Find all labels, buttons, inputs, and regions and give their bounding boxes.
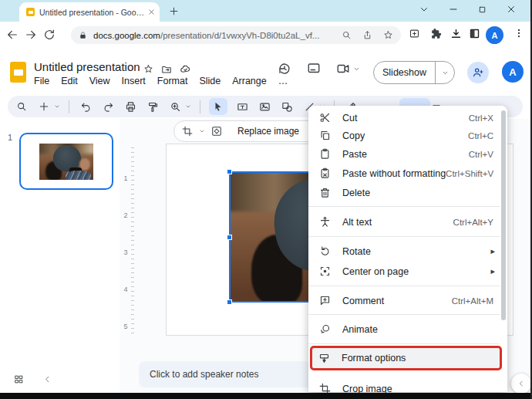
menu-separator bbox=[308, 314, 500, 315]
menu-separator bbox=[308, 236, 500, 237]
submenu-arrow-icon: ▸ bbox=[490, 246, 495, 256]
menu-insert[interactable]: Insert bbox=[122, 76, 146, 86]
slideshow-button[interactable]: Slideshow bbox=[373, 61, 455, 84]
forward-button[interactable] bbox=[25, 29, 37, 41]
undo-icon[interactable] bbox=[78, 98, 93, 115]
cloud-status-icon[interactable] bbox=[180, 63, 191, 75]
new-tab-button[interactable] bbox=[169, 6, 179, 16]
zoom-page-icon[interactable] bbox=[342, 30, 352, 40]
menu-item-paste[interactable]: Paste Ctrl+V bbox=[313, 144, 498, 164]
resize-handle[interactable] bbox=[227, 235, 232, 240]
maximize-button[interactable] bbox=[478, 5, 487, 14]
paint-format-icon[interactable] bbox=[145, 98, 160, 115]
slides-favicon bbox=[26, 8, 35, 16]
menu-item-center-on-page[interactable]: Center on page ▸ bbox=[313, 262, 498, 281]
share-page-icon[interactable] bbox=[362, 30, 372, 40]
menu-view[interactable]: View bbox=[89, 76, 110, 86]
slideshow-dropdown[interactable] bbox=[436, 69, 454, 76]
version-history-icon[interactable] bbox=[278, 62, 291, 76]
replace-image-button[interactable]: Replace image bbox=[237, 126, 299, 137]
ruler-label: 4 bbox=[123, 286, 129, 293]
search-menus-icon[interactable] bbox=[14, 98, 29, 115]
vertical-ruler bbox=[131, 144, 134, 336]
menu-item-comment[interactable]: Comment Ctrl+Alt+M bbox=[313, 291, 498, 310]
delete-icon bbox=[319, 187, 332, 198]
browser-window: Untitled presentation - Google S docs.go… bbox=[0, 0, 532, 399]
menu-item-format-options[interactable]: Format options bbox=[310, 346, 502, 370]
menu-slide[interactable]: Slide bbox=[199, 76, 221, 86]
thumbnail-photo bbox=[39, 144, 93, 180]
alt-text-icon bbox=[319, 216, 332, 228]
reload-button[interactable] bbox=[43, 29, 56, 41]
mask-image-icon[interactable] bbox=[211, 126, 222, 137]
move-folder-icon[interactable] bbox=[161, 64, 172, 75]
minimize-button[interactable] bbox=[449, 5, 458, 14]
center-icon bbox=[319, 265, 332, 277]
share-button[interactable] bbox=[467, 62, 489, 83]
zoom-dropdown[interactable] bbox=[185, 103, 191, 110]
tab-capture-icon[interactable] bbox=[409, 28, 420, 39]
side-panel-icon[interactable] bbox=[469, 28, 480, 39]
menu-format[interactable]: Format bbox=[157, 76, 188, 86]
paste-icon bbox=[319, 148, 332, 160]
download-icon[interactable] bbox=[450, 28, 462, 39]
new-slide-icon[interactable] bbox=[36, 98, 52, 115]
resize-handle[interactable] bbox=[227, 169, 232, 174]
crop-dropdown[interactable] bbox=[199, 128, 205, 134]
kebab-menu-icon[interactable] bbox=[513, 28, 524, 39]
text-box-icon[interactable] bbox=[234, 98, 250, 115]
menu-item-delete[interactable]: Delete bbox=[313, 183, 498, 202]
address-bar[interactable]: docs.google.com/presentation/d/1vwxyVh-D… bbox=[71, 26, 401, 44]
grid-view-icon[interactable] bbox=[14, 374, 24, 384]
meet-camera-button[interactable] bbox=[336, 62, 360, 76]
menu-item-alt-text[interactable]: Alt text Ctrl+Alt+Y bbox=[313, 212, 498, 232]
resize-handle[interactable] bbox=[227, 299, 232, 305]
tab-close-icon[interactable] bbox=[148, 8, 155, 15]
window-bottom-edge bbox=[0, 393, 532, 399]
browser-avatar[interactable]: A bbox=[486, 26, 503, 44]
comment-history-icon[interactable] bbox=[307, 62, 321, 76]
menu-item-rotate[interactable]: Rotate ▸ bbox=[313, 242, 498, 261]
menu-item-cut[interactable]: Cut Ctrl+X bbox=[313, 108, 498, 127]
url-text: docs.google.com/presentation/d/1vwxyVh-D… bbox=[93, 31, 319, 40]
print-icon[interactable] bbox=[123, 98, 138, 115]
context-menu: Cut Ctrl+X Copy Ctrl+C Paste Ctrl+V Past… bbox=[308, 106, 507, 392]
crop-tool-icon[interactable] bbox=[182, 126, 193, 137]
comment-icon bbox=[319, 295, 332, 306]
window-menu-chevron-icon[interactable] bbox=[419, 5, 429, 14]
menu-item-animate[interactable]: Animate bbox=[313, 320, 498, 339]
insert-image-icon[interactable] bbox=[257, 98, 272, 115]
slide-thumbnail[interactable] bbox=[19, 133, 113, 190]
format-options-icon bbox=[318, 353, 331, 364]
browser-tab[interactable]: Untitled presentation - Google S bbox=[19, 2, 160, 22]
menu-arrange[interactable]: Arrange bbox=[232, 76, 266, 86]
tab-title: Untitled presentation - Google S bbox=[39, 8, 148, 17]
back-button[interactable] bbox=[6, 29, 19, 41]
menu-scrollbar[interactable] bbox=[501, 110, 506, 320]
menu-separator bbox=[308, 206, 500, 207]
copy-icon bbox=[319, 130, 332, 141]
zoom-icon[interactable] bbox=[167, 98, 183, 115]
submenu-arrow-icon: ▸ bbox=[490, 266, 495, 276]
extensions-puzzle-icon[interactable] bbox=[430, 28, 442, 39]
menu-overflow[interactable]: … bbox=[278, 76, 288, 86]
ruler-label: 3 bbox=[123, 249, 129, 256]
star-document-icon[interactable] bbox=[143, 64, 153, 74]
bookmark-star-icon[interactable] bbox=[383, 30, 393, 40]
cut-icon bbox=[319, 112, 332, 123]
document-title[interactable]: Untitled presentation bbox=[34, 60, 140, 73]
select-tool-icon[interactable] bbox=[209, 98, 227, 115]
new-slide-dropdown[interactable] bbox=[54, 103, 60, 110]
speaker-notes-placeholder: Click to add speaker notes bbox=[150, 369, 258, 380]
insert-shape-icon[interactable] bbox=[279, 98, 295, 115]
slides-logo[interactable] bbox=[10, 62, 26, 83]
menu-file[interactable]: File bbox=[34, 76, 49, 86]
redo-icon[interactable] bbox=[100, 98, 116, 115]
collapse-panel-button[interactable] bbox=[511, 374, 531, 394]
menu-edit[interactable]: Edit bbox=[61, 76, 78, 86]
menu-item-paste-without-formatting[interactable]: Paste without formatting Ctrl+Shift+V bbox=[313, 164, 498, 183]
menu-item-copy[interactable]: Copy Ctrl+C bbox=[313, 126, 498, 145]
collapse-filmstrip-icon[interactable] bbox=[43, 375, 52, 384]
app-avatar[interactable]: A bbox=[502, 61, 524, 83]
close-window-button[interactable] bbox=[507, 5, 516, 14]
